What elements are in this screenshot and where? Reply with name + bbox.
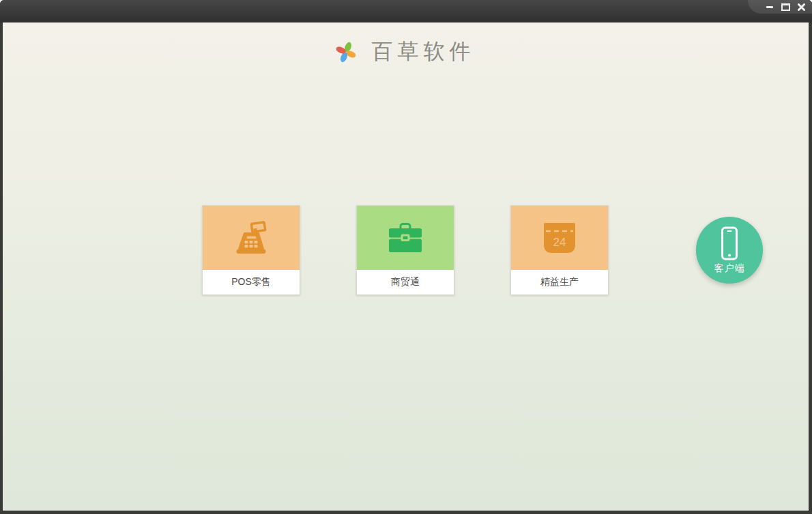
card-lean-production[interactable]: 24 精益生产 — [510, 205, 609, 295]
app-title: 百草软件 — [372, 37, 476, 67]
lean-card-tile: 24 — [511, 206, 608, 270]
briefcase-icon — [389, 223, 422, 253]
main-content: 百草软件 — [3, 22, 809, 511]
lean-card-label: 精益生产 — [511, 270, 608, 294]
maximize-icon — [781, 3, 790, 11]
calendar-day-number: 24 — [553, 236, 566, 249]
maximize-button[interactable] — [781, 2, 790, 12]
product-cards: POS零售 商贸通 — [202, 205, 609, 295]
brand-header: 百草软件 — [3, 37, 809, 66]
client-button-label: 客户端 — [714, 262, 745, 275]
titlebar — [0, 0, 812, 22]
calendar-icon: 24 — [544, 223, 575, 253]
client-button[interactable]: 客户端 — [696, 217, 763, 284]
pos-card-label: POS零售 — [203, 270, 300, 294]
window-controls — [748, 0, 812, 14]
trade-card-tile — [357, 206, 454, 270]
card-trade[interactable]: 商贸通 — [356, 205, 454, 295]
card-pos-retail[interactable]: POS零售 — [202, 205, 300, 295]
close-button[interactable] — [796, 2, 806, 12]
close-icon — [798, 3, 805, 11]
pinwheel-icon — [336, 41, 356, 63]
minimize-button[interactable] — [765, 2, 774, 12]
minimize-icon — [766, 6, 773, 8]
pos-card-tile — [203, 206, 300, 270]
cash-register-icon — [233, 221, 269, 255]
trade-card-label: 商贸通 — [357, 270, 454, 294]
app-window: 百草软件 — [0, 0, 812, 514]
smartphone-icon — [721, 226, 738, 260]
